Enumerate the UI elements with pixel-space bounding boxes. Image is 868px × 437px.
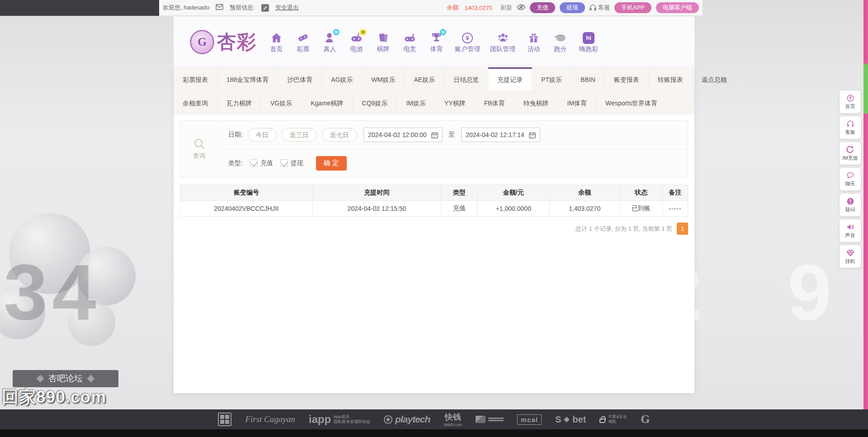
customer-service-link[interactable]: 客服 [590,4,610,12]
tab-kgame[interactable]: Kgame棋牌 [302,91,353,114]
tab-fandian[interactable]: 返点总额 [693,67,736,90]
tab-zhuanzhang[interactable]: 转账报表 [649,67,693,90]
mail-icon[interactable] [216,4,223,11]
nav-item-hipaocai[interactable]: hi 嗨跑彩 [574,31,604,53]
cell-balance: 1,403.0270 [550,201,620,217]
withdraw-button[interactable]: 提现 [560,2,585,13]
pc-client-button[interactable]: 电脑客户端 [656,2,699,13]
tab-zhangbian[interactable]: 账变报表 [605,67,649,90]
nav-item-activity[interactable]: 活动 [520,31,547,53]
tab-yue-chaxun[interactable]: 余额查询 [174,91,217,114]
sbet-logo: S bet [555,414,586,425]
withdraw-checkbox[interactable] [280,159,288,167]
records-table: 账变编号 充提时间 类型 金额/元 余额 状态 备注 20240402VBCCC… [180,185,688,217]
iapp-member-text: iapp成员 [334,414,370,419]
cell-amount: +1,000.0000 [477,201,550,217]
balance-label: 余额: [447,4,460,12]
today-button[interactable]: 今日 [248,128,277,142]
new-badge: N [440,29,446,35]
tab-shaba-sports[interactable]: 沙巴体育 [278,67,322,90]
esports-gamepad-icon [404,32,416,44]
sidebar-label: 挂机 [845,258,855,265]
yen-coin-icon: ¥ [462,33,473,43]
nav-item-egames[interactable]: H 电游 [343,31,370,53]
tab-tetu[interactable]: 特兔棋牌 [514,91,558,114]
main-nav: 首页 彩票 N 真人 H 电游 棋牌 电竞 [263,31,604,53]
nav-item-live[interactable]: N 真人 [316,31,343,53]
hi-app-icon: hi [583,32,594,44]
nav-label: 电竞 [396,45,423,53]
site-logo[interactable]: G 杏彩 [190,29,257,55]
edit-icon[interactable] [261,4,269,12]
team-icon [497,32,509,44]
eye-off-icon[interactable] [517,4,525,12]
mobile-app-button[interactable]: 手机APP [614,2,651,13]
secure-line2: 博彩 [608,419,627,424]
sidebar-item-hangup[interactable]: 挂机 [840,245,861,268]
sidebar-item-service[interactable]: 客服 [840,116,861,139]
pay-emblem-logo [476,416,504,423]
nav-label: 彩票 [290,45,316,53]
query-filter: 查询 日期: 今日 近三日 近七日 2024-04-02 12:00:00 至 … [180,120,688,177]
tab-ae[interactable]: AE娱乐 [405,67,444,90]
cell-remark: ----- [662,201,688,217]
recharge-checkbox[interactable] [250,159,258,167]
exclamation-circle-icon [846,197,854,205]
cell-status: 已到账 [620,201,663,217]
chat-bubble-icon [846,171,854,180]
tab-im-tiyu[interactable]: IM体育 [558,91,597,114]
tab-cq9[interactable]: CQ9娱乐 [353,91,397,114]
sidebar-label: 客服 [845,129,855,136]
tab-fb[interactable]: FB体育 [475,91,514,114]
tab-wm[interactable]: WM娱乐 [363,67,405,90]
nav-item-chess[interactable]: 棋牌 [370,31,396,53]
page-1-button[interactable]: 1 [677,223,688,235]
diamond-dot-icon [564,417,570,423]
last-3-days-button[interactable]: 近三日 [282,128,317,142]
pagination-summary: 总计 1 个记录, 分为 1 页, 当前第 1 页 [576,225,672,233]
tab-vg[interactable]: VG娱乐 [261,91,302,114]
nav-item-paofen[interactable]: 跑分 [547,31,574,53]
tab-ag[interactable]: AG娱乐 [322,67,362,90]
tab-188-sports[interactable]: 188金宝博体育 [217,67,278,90]
nav-item-account[interactable]: ¥ 账户管理 [450,31,485,53]
tab-pt[interactable]: PT娱乐 [532,67,571,90]
date-from-input[interactable]: 2024-04-02 12:00:00 [363,128,443,142]
tab-rijie[interactable]: 日结总览 [444,67,488,90]
refresh-link[interactable]: 刷新 [500,4,512,12]
nav-item-esports[interactable]: 电竞 [396,31,423,53]
nav-label: 活动 [520,45,547,53]
tab-yy[interactable]: YY棋牌 [435,91,475,114]
recharge-button[interactable]: 充值 [530,2,555,13]
date-to-input[interactable]: 2024-04-02 12:17:14 [461,128,540,142]
background-dark-corner [0,0,168,16]
nav-item-lottery[interactable]: 彩票 [290,31,316,53]
nav-item-sports[interactable]: N 体育 [423,31,450,53]
tab-wali[interactable]: 瓦力棋牌 [217,91,261,114]
scrollbar-thumb[interactable] [863,63,868,114]
emblem-text-bars [488,418,504,421]
sidebar-label: 疑问 [845,206,855,213]
sidebar-item-chat[interactable]: 聊天 [840,168,861,190]
seal-icon [218,413,231,426]
last-7-days-button[interactable]: 近七日 [322,128,357,142]
nav-item-home[interactable]: 首页 [263,31,290,53]
logo-text: 杏彩 [217,29,257,55]
sidebar-item-home[interactable]: 首页 [840,90,861,113]
welcome-text: 欢迎您, hadesado [163,4,209,12]
nav-label: 嗨跑彩 [574,45,604,53]
tab-caipiao-baobiao[interactable]: 彩票报表 [174,67,217,90]
confirm-button[interactable]: 确 定 [316,156,347,171]
99bill-logo: 快钱 99bill.com [443,412,462,428]
sidebar-item-im-recharge[interactable]: IM充值 [840,142,861,165]
tab-wesports[interactable]: Wesports世界体育 [596,91,667,114]
nav-label: 首页 [263,45,290,53]
tab-bbin[interactable]: BBIN [571,67,605,90]
logout-link[interactable]: 安全退出 [275,4,299,12]
sidebar-item-question[interactable]: 疑问 [840,194,861,216]
tab-im-yule[interactable]: IM娱乐 [397,91,435,114]
tab-chongti-jilu[interactable]: 充提记录 [488,67,532,90]
nav-item-team[interactable]: 团队管理 [485,31,520,53]
cell-type: 充值 [441,201,477,217]
sidebar-item-sound[interactable]: 声音 [840,219,861,242]
